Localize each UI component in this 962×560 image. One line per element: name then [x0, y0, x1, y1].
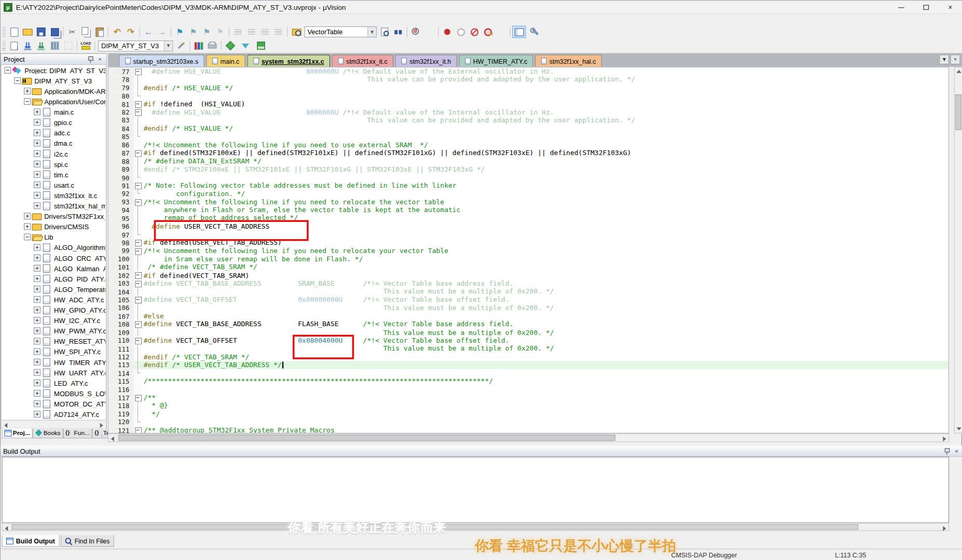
fold-marker[interactable] [134, 231, 143, 239]
code-line[interactable]: 110 #define VECT_TAB_OFFSET 0x08004000U … [108, 337, 949, 345]
editor-hscrollbar[interactable] [108, 433, 949, 442]
save-all-button[interactable] [48, 26, 61, 38]
tree-expander[interactable] [34, 286, 40, 292]
code-line[interactable]: 106 This value must be a multiple of 0x2… [108, 304, 949, 312]
tree-item[interactable]: HW_TIMER_ATY.c [2, 357, 106, 367]
tree-item[interactable]: dma.c [2, 138, 106, 148]
tree-item[interactable]: ALGO_Temperature [2, 284, 106, 294]
panel-tab-books[interactable]: Books [32, 428, 63, 438]
navigate-forward-button[interactable] [155, 26, 169, 38]
paste-button[interactable] [93, 26, 106, 38]
tree-expander[interactable] [34, 265, 40, 272]
find-combobox[interactable]: VectorTable ▼ [304, 26, 377, 37]
find-next-button[interactable] [391, 26, 405, 38]
find-in-files-button[interactable] [290, 26, 303, 38]
tree-expander[interactable] [34, 338, 40, 344]
code-line[interactable]: 90 [108, 173, 949, 181]
code-line[interactable]: 111 This value must be a multiple of 0x2… [108, 345, 949, 353]
restore-button[interactable] [914, 1, 938, 14]
fold-marker[interactable] [134, 328, 143, 337]
tree-expander[interactable] [34, 119, 40, 125]
fold-marker[interactable] [134, 76, 143, 84]
code-line[interactable]: 121 /** @addtogroup STM32F1xx_System_Pri… [108, 426, 949, 433]
editor-tab-it-c[interactable]: stm32f1xx_it.c [332, 54, 393, 67]
uncomment-selection-button[interactable] [272, 26, 285, 38]
next-bookmark-button[interactable] [200, 26, 213, 38]
code-line[interactable]: 94 anywhere in Flash or Sram, else the v… [108, 206, 949, 214]
code-line[interactable]: 118 * @} [108, 402, 949, 410]
batch-build-button[interactable] [48, 39, 61, 52]
tree-item[interactable]: ALGO_Kalman_ATY. [2, 263, 106, 273]
toggle-bookmark-button[interactable] [173, 26, 186, 38]
debug-find-button[interactable] [409, 26, 423, 38]
menu-svcs[interactable] [81, 18, 91, 21]
tree-item[interactable]: usart.c [2, 179, 106, 190]
fold-marker[interactable] [134, 141, 143, 149]
vscrollbar-thumb[interactable] [955, 94, 961, 130]
tree-expander[interactable] [34, 108, 40, 115]
pin-icon[interactable] [87, 55, 94, 63]
tree-item[interactable]: Application/MDK-ARM [2, 86, 106, 96]
clear-bookmarks-button[interactable] [213, 26, 227, 38]
configure-wrench-button[interactable] [528, 26, 542, 38]
editor-tab-hal[interactable]: stm32f1xx_hal.c [535, 54, 602, 67]
breakpoints-dropdown[interactable] [494, 26, 508, 38]
hscrollbar-thumb[interactable] [118, 435, 615, 441]
menu-help[interactable] [101, 18, 111, 21]
code-line[interactable]: 92 configuration. */ [108, 190, 949, 198]
tree-expander[interactable] [34, 244, 40, 251]
tree-item[interactable]: main.c [2, 107, 106, 117]
fold-marker[interactable] [134, 157, 143, 165]
close-button[interactable]: × [938, 1, 962, 14]
tree-item[interactable]: HW_PWM_ATY.c [2, 326, 106, 336]
fold-marker[interactable] [134, 116, 143, 124]
code-line[interactable]: 79 #endif /* HSE_VALUE */ [108, 84, 949, 92]
panel-tab-functions[interactable]: Fun... [63, 428, 92, 438]
tree-item[interactable]: gpio.c [2, 117, 106, 128]
tree-expander[interactable] [34, 171, 40, 178]
fold-marker[interactable] [134, 190, 143, 198]
fold-marker[interactable] [134, 84, 143, 92]
menu-window[interactable] [91, 18, 101, 21]
fold-marker[interactable] [134, 181, 143, 190]
find-combobox-value[interactable]: VectorTable [307, 28, 367, 35]
fold-marker[interactable] [134, 426, 143, 433]
stop-build-button[interactable] [61, 39, 75, 52]
fold-marker[interactable] [134, 255, 143, 263]
previous-bookmark-button[interactable] [186, 26, 200, 38]
menu-peripherals[interactable] [62, 18, 72, 21]
editor-tab-system[interactable]: system_stm32f1xx.c [248, 54, 331, 67]
tree-item[interactable]: tim.c [2, 169, 106, 179]
tree-item[interactable]: i2c.c [2, 148, 106, 159]
project-tree-hscrollbar[interactable] [2, 420, 106, 428]
tree-item[interactable]: MODBUS_S_LOW_A [2, 388, 106, 398]
redo-button[interactable] [124, 26, 138, 38]
code-line[interactable]: 88 /* #define DATA_IN_ExtSRAM */ [108, 157, 949, 165]
code-line[interactable]: 103 #define VECT_TAB_BASE_ADDRESS SRAM_B… [108, 279, 949, 288]
insert-breakpoint-button[interactable] [441, 26, 454, 38]
code-line[interactable]: 80 [108, 92, 949, 100]
tree-item[interactable]: spi.c [2, 159, 106, 169]
indent-left-button[interactable] [231, 26, 245, 38]
code-line[interactable]: 89 #endif /* STM32F100xE || STM32F101xE … [108, 165, 949, 174]
editor-vscrollbar[interactable] [954, 67, 962, 433]
tree-expander[interactable] [34, 296, 40, 303]
menu-edit[interactable] [13, 18, 23, 21]
target-select-value[interactable]: DIPM_ATY_ST_V3 [101, 42, 164, 49]
fold-marker[interactable] [134, 214, 143, 222]
comment-selection-button[interactable] [258, 26, 272, 38]
tree-item[interactable]: Drivers/STM32F1xx_HAL [2, 211, 106, 221]
bottom-tab-build-output[interactable]: Build Output [2, 535, 60, 547]
build-button[interactable] [21, 39, 34, 52]
build-output-log[interactable] [2, 457, 950, 523]
code-line[interactable]: 119 */ [108, 410, 949, 418]
menu-tools[interactable] [72, 18, 81, 21]
file-extensions-button[interactable] [205, 39, 219, 52]
fold-marker[interactable] [134, 402, 143, 410]
tree-expander[interactable] [34, 202, 40, 209]
panel-tab-project[interactable]: Proj... [2, 428, 33, 438]
editor-tab-main[interactable]: main.c [207, 54, 246, 67]
fold-marker[interactable] [134, 173, 143, 181]
fold-marker[interactable] [134, 165, 143, 174]
tree-item[interactable]: LED_ATY.c [2, 377, 106, 388]
